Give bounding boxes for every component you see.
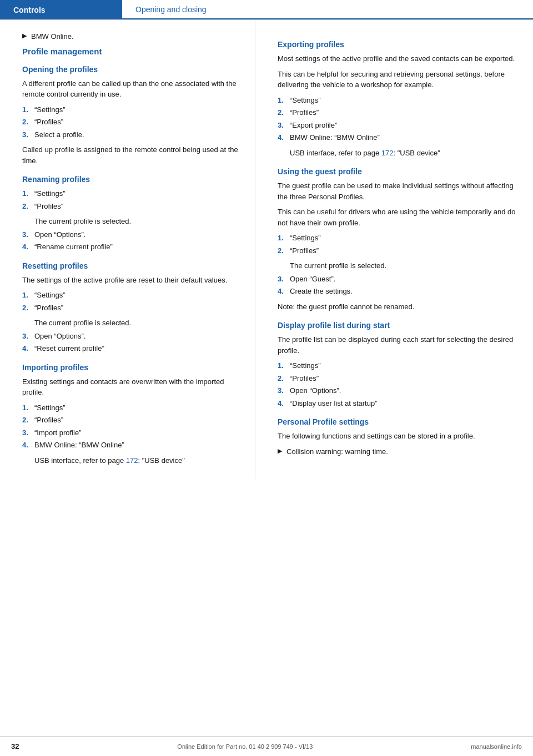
bmw-online-bullet: ▶ BMW Online. <box>22 31 238 42</box>
display-title: Display profile list during start <box>278 321 516 330</box>
list-item: 1. “Settings” <box>22 290 238 301</box>
renaming-steps-list2: 3. Open “Options”. 4. “Rename current pr… <box>22 229 238 253</box>
personal-profile-title: Personal Profile settings <box>278 417 516 426</box>
importing-steps-list: 1. “Settings” 2. “Profiles” 3. “Import p… <box>22 402 238 451</box>
footer-right-text: manualsonline.info <box>471 743 522 750</box>
personal-body: The following functions and settings can… <box>278 431 516 442</box>
exporting-body2: This can be helpful for securing and ret… <box>278 69 516 90</box>
list-item: 4. “Rename current profile” <box>22 241 238 253</box>
list-item: 3. “Export profile” <box>278 120 516 131</box>
list-item: 3. “Import profile” <box>22 427 238 439</box>
page-footer: 32 Online Edition for Part no. 01 40 2 9… <box>0 736 533 756</box>
list-item: 1. “Settings” <box>278 360 516 371</box>
list-item: 1. “Settings” <box>22 402 238 414</box>
exporting-steps-list: 1. “Settings” 2. “Profiles” 3. “Export p… <box>278 95 516 143</box>
guest-sub: The current profile is selected. <box>290 260 516 271</box>
opening-profiles-title: Opening the profiles <box>22 65 238 74</box>
opening-note: Called up profile is assigned to the rem… <box>22 144 238 166</box>
display-body: The profile list can be displayed during… <box>278 334 516 356</box>
opening-profiles-body: A different profile can be called up tha… <box>22 78 238 100</box>
list-item: 2. “Profiles” <box>278 107 516 118</box>
importing-body: Existing settings and contacts are overw… <box>22 376 238 398</box>
guest-steps-list: 1. “Settings” 2. “Profiles” <box>278 233 516 256</box>
list-item: 2. “Profiles” <box>22 201 238 212</box>
list-item: 1. “Settings” <box>22 104 238 115</box>
page-header: Controls Opening and closing <box>0 0 533 20</box>
list-item: 1. “Settings” <box>278 233 516 244</box>
left-column: ▶ BMW Online. Profile management Opening… <box>0 20 255 479</box>
profile-management-title: Profile management <box>22 47 238 56</box>
resetting-steps-list2: 3. Open “Options”. 4. “Reset current pro… <box>22 331 238 354</box>
bullet-arrow-icon: ▶ <box>278 447 282 455</box>
list-item: 4. Create the settings. <box>278 286 516 297</box>
header-section-tab: Opening and closing <box>122 0 533 19</box>
list-item: 1. “Settings” <box>278 95 516 106</box>
guest-body2: This can be useful for drivers who are u… <box>278 206 516 228</box>
list-item: 4. “Reset current profile” <box>22 343 238 354</box>
exporting-usb-sub: USB interface, refer to page 172: "USB d… <box>290 148 516 159</box>
list-item: 3. Select a profile. <box>22 129 238 140</box>
exporting-profiles-title: Exporting profiles <box>278 40 516 49</box>
list-item: 3. Open “Options”. <box>278 385 516 396</box>
opening-steps-list: 1. “Settings” 2. “Profiles” 3. Select a … <box>22 104 238 140</box>
resetting-body: The settings of the active profile are r… <box>22 275 238 286</box>
list-item: 4. BMW Online: “BMW Online” <box>278 132 516 143</box>
right-column: Exporting profiles Most settings of the … <box>255 20 533 479</box>
list-item: 3. Open “Guest”. <box>278 274 516 285</box>
list-item: 1. “Settings” <box>22 188 238 199</box>
list-item: 2. “Profiles” <box>278 373 516 384</box>
guest-profile-title: Using the guest profile <box>278 167 516 176</box>
list-item: 3. Open “Options”. <box>22 229 238 240</box>
resetting-profiles-title: Resetting profiles <box>22 261 238 270</box>
guest-steps-list2: 3. Open “Guest”. 4. Create the settings. <box>278 274 516 297</box>
renaming-sub: The current profile is selected. <box>34 216 238 227</box>
list-item: 3. Open “Options”. <box>22 331 238 342</box>
resetting-sub: The current profile is selected. <box>34 317 238 329</box>
importing-usb-sub: USB interface, refer to page 172: "USB d… <box>34 455 238 466</box>
list-item: 2. “Profiles” <box>22 415 238 426</box>
guest-note: Note: the guest profile cannot be rename… <box>278 301 516 313</box>
resetting-steps-list: 1. “Settings” 2. “Profiles” <box>22 290 238 313</box>
list-item: 2. “Profiles” <box>22 117 238 128</box>
exporting-body1: Most settings of the active profile and … <box>278 53 516 64</box>
personal-bullet-item: ▶ Collision warning: warning time. <box>278 446 516 457</box>
bullet-arrow-icon: ▶ <box>22 32 27 39</box>
renaming-steps-list: 1. “Settings” 2. “Profiles” <box>22 188 238 211</box>
footer-center-text: Online Edition for Part no. 01 40 2 909 … <box>177 743 313 750</box>
guest-body1: The guest profile can be used to make in… <box>278 180 516 202</box>
list-item: 2. “Profiles” <box>278 245 516 256</box>
main-content: ▶ BMW Online. Profile management Opening… <box>0 20 533 479</box>
page-number: 32 <box>11 742 19 750</box>
header-controls-tab: Controls <box>0 0 122 19</box>
importing-profiles-title: Importing profiles <box>22 363 238 372</box>
list-item: 2. “Profiles” <box>22 303 238 314</box>
list-item: 4. “Display user list at startup” <box>278 398 516 409</box>
list-item: 4. BMW Online: “BMW Online” <box>22 440 238 451</box>
renaming-profiles-title: Renaming profiles <box>22 175 238 184</box>
display-steps-list: 1. “Settings” 2. “Profiles” 3. Open “Opt… <box>278 360 516 409</box>
